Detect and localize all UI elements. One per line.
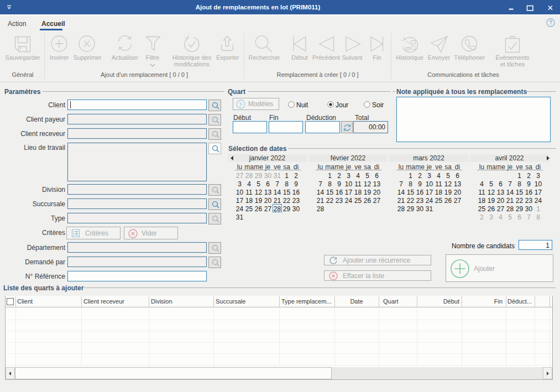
svg-text:?: ?: [549, 20, 552, 26]
